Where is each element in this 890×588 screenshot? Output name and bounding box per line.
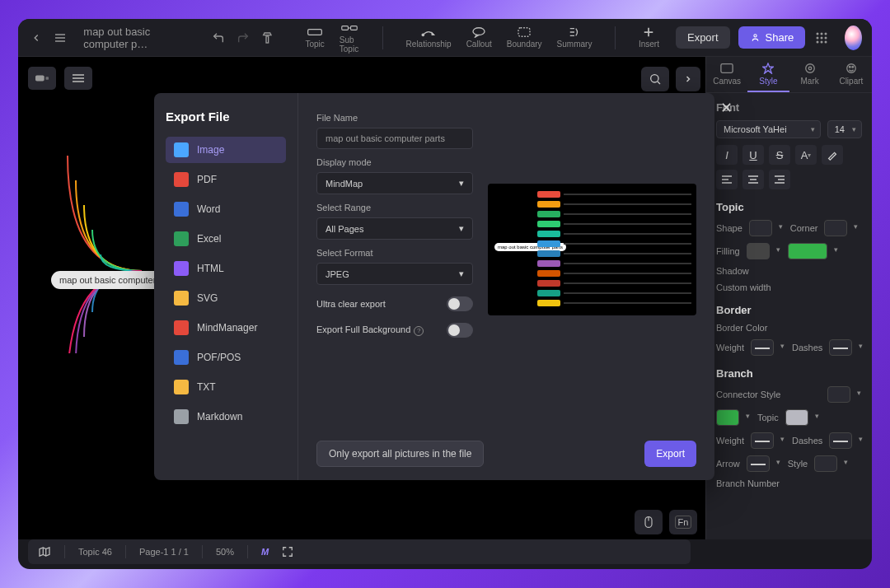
svg-rect-3	[266, 36, 269, 43]
tool-relationship[interactable]: Relationship	[406, 26, 452, 49]
border-section-title: Border	[716, 304, 862, 316]
document-title: map out basic computer p…	[77, 26, 184, 50]
format-item-mindmanager[interactable]: MindManager	[166, 315, 286, 341]
tab-canvas[interactable]: Canvas	[706, 57, 747, 92]
format-painter-button[interactable]	[260, 26, 276, 49]
user-avatar[interactable]	[845, 26, 862, 50]
shadow-label: Shadow	[716, 266, 749, 276]
file-type-icon	[174, 231, 189, 246]
tab-style[interactable]: Style	[747, 57, 789, 92]
close-modal-button[interactable]: ✕	[716, 98, 736, 118]
export-modal: ✕ Export File ImagePDFWordExcelHTMLSVGMi…	[154, 93, 714, 480]
svg-marker-9	[432, 33, 434, 35]
select-format-label: Select Format	[316, 248, 473, 258]
format-item-pdf[interactable]: PDF	[166, 166, 286, 193]
topic-section-title: Topic	[716, 201, 862, 213]
tool-subtopic[interactable]: Sub Topic	[340, 22, 359, 54]
branch-dashes-select[interactable]	[829, 432, 852, 449]
tab-mark[interactable]: Mark	[789, 57, 831, 92]
tab-clipart[interactable]: Clipart	[831, 57, 872, 92]
border-dashes-select[interactable]	[829, 339, 852, 356]
underline-button[interactable]: U	[742, 145, 764, 165]
border-weight-select[interactable]	[751, 339, 774, 356]
font-size-select[interactable]: 14▾	[827, 120, 862, 138]
menu-button[interactable]	[53, 26, 69, 49]
map-icon[interactable]	[38, 547, 51, 557]
tool-topic[interactable]: Topic	[305, 26, 324, 49]
tool-boundary[interactable]: Boundary	[507, 26, 542, 49]
branch-color-swatch[interactable]	[716, 409, 739, 426]
display-mode-select[interactable]: MindMap▾	[316, 172, 473, 194]
expand-panel-button[interactable]	[676, 67, 700, 91]
zoom-level[interactable]: 50%	[216, 547, 234, 557]
svg-point-10	[473, 28, 485, 35]
shape-select[interactable]	[749, 220, 772, 236]
center-topic-node[interactable]: map out basic computer	[51, 271, 164, 289]
undo-button[interactable]	[210, 26, 227, 49]
italic-button[interactable]: I	[716, 145, 738, 165]
format-item-txt[interactable]: TXT	[166, 374, 286, 400]
svg-point-26	[825, 40, 827, 43]
format-item-word[interactable]: Word	[166, 196, 286, 222]
format-item-pofpos[interactable]: POF/POS	[166, 344, 286, 371]
help-icon[interactable]: ?	[414, 326, 424, 336]
arrow-select[interactable]	[747, 455, 770, 472]
only-export-pictures-button[interactable]: Only export all pictures in the file	[316, 441, 484, 467]
select-range-select[interactable]: All Pages▾	[316, 217, 473, 240]
svg-point-25	[821, 40, 823, 43]
display-mode-label: Display mode	[316, 157, 473, 167]
strikethrough-button[interactable]: S	[769, 145, 790, 165]
view-mode-thumb-button[interactable]	[28, 67, 56, 90]
connector-style-label: Connector Style	[716, 390, 780, 399]
tool-insert[interactable]: Insert	[639, 26, 659, 49]
svg-point-22	[821, 36, 823, 39]
view-mode-list-button[interactable]	[64, 67, 92, 90]
mouse-mode-button[interactable]	[635, 510, 663, 534]
file-name-input[interactable]	[316, 128, 473, 149]
select-format-select[interactable]: JPEG▾	[316, 263, 473, 285]
branch-weight-select[interactable]	[751, 432, 774, 449]
format-item-markdown[interactable]: Markdown	[166, 404, 286, 430]
branch-style-select[interactable]	[814, 455, 837, 472]
status-bar: Topic 46 Page-1 1 / 1 50% M	[28, 539, 691, 564]
topbar: map out basic computer p… Topic Sub Topi…	[18, 19, 872, 57]
svg-point-23	[825, 36, 827, 39]
border-color-label: Border Color	[716, 323, 767, 333]
format-item-svg[interactable]: SVG	[166, 285, 286, 311]
ultra-clear-toggle[interactable]	[447, 296, 473, 311]
modal-export-button[interactable]: Export	[644, 441, 696, 467]
redo-button[interactable]	[235, 26, 251, 49]
apps-grid-button[interactable]	[813, 26, 830, 49]
share-button[interactable]: Share	[738, 26, 806, 49]
fullscreen-icon[interactable]	[282, 546, 293, 558]
back-button[interactable]	[28, 26, 44, 49]
align-center-button[interactable]	[742, 170, 764, 189]
search-button[interactable]	[641, 67, 669, 91]
filling-color-swatch[interactable]	[788, 243, 827, 259]
font-family-select[interactable]: Microsoft YaHei▾	[716, 120, 821, 138]
format-item-html[interactable]: HTML	[166, 255, 286, 282]
filling-style-select[interactable]	[747, 243, 770, 259]
arrow-label: Arrow	[716, 459, 740, 469]
svg-rect-6	[350, 26, 357, 30]
font-color-button[interactable]: A▾	[795, 145, 817, 165]
format-item-image[interactable]: Image	[166, 137, 286, 163]
tool-callout[interactable]: Callout	[466, 26, 492, 49]
align-right-button[interactable]	[769, 170, 790, 189]
align-left-button[interactable]	[716, 170, 738, 189]
format-list: ImagePDFWordExcelHTMLSVGMindManagerPOF/P…	[166, 137, 286, 430]
file-type-icon	[174, 291, 189, 306]
highlight-button[interactable]	[822, 145, 843, 165]
topic-color-swatch[interactable]	[785, 409, 808, 426]
connector-select[interactable]	[827, 386, 850, 403]
tool-summary[interactable]: Summary	[557, 26, 593, 49]
svg-point-41	[852, 66, 854, 68]
format-item-excel[interactable]: Excel	[166, 226, 286, 252]
corner-select[interactable]	[824, 220, 847, 236]
file-type-icon	[174, 409, 189, 424]
export-full-bg-toggle[interactable]	[447, 323, 473, 338]
export-button[interactable]: Export	[676, 26, 730, 49]
page-info[interactable]: Page-1 1 / 1	[139, 547, 189, 557]
modal-title: Export File	[166, 110, 286, 124]
fn-button[interactable]: Fn	[669, 510, 697, 534]
